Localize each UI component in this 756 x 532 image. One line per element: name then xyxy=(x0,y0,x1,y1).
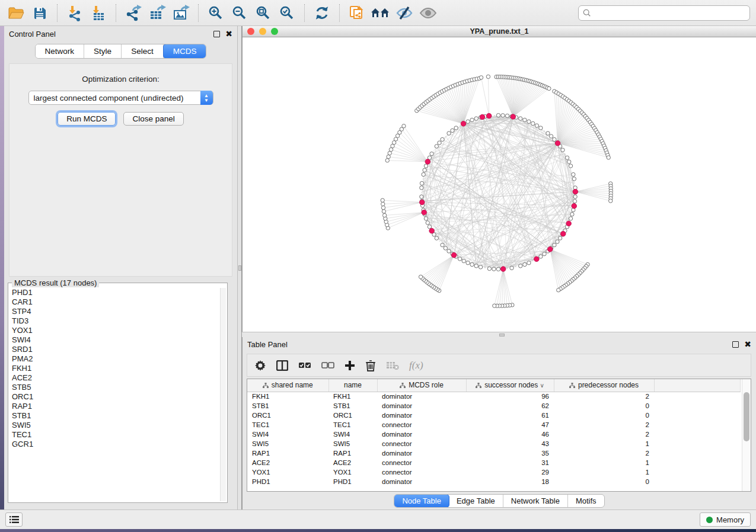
cell[interactable]: connector xyxy=(377,458,466,467)
apply-layout-icon[interactable] xyxy=(312,3,332,23)
cell[interactable]: SWI4 xyxy=(247,430,328,439)
graph-leaf-node[interactable] xyxy=(388,151,391,155)
cell[interactable]: 29 xyxy=(466,467,554,477)
graph-selected-node[interactable] xyxy=(500,267,506,272)
table-settings-gear-icon[interactable] xyxy=(254,360,266,371)
deselect-all-icon[interactable] xyxy=(321,361,334,370)
import-table-icon[interactable] xyxy=(88,3,109,23)
graph-node[interactable] xyxy=(573,195,577,198)
cell[interactable]: 0 xyxy=(554,401,654,411)
cell[interactable]: 35 xyxy=(466,448,554,458)
mcds-result-item[interactable]: PMA2 xyxy=(9,354,220,364)
cell[interactable]: 2 xyxy=(554,392,654,401)
graph-node[interactable] xyxy=(553,243,556,246)
graph-node[interactable] xyxy=(474,117,478,120)
cell[interactable]: SWI5 xyxy=(328,439,377,448)
close-panel-icon[interactable]: ✖ xyxy=(744,341,751,348)
cell[interactable]: FKH1 xyxy=(247,392,328,401)
mcds-result-list[interactable]: PHD1CAR1STP4TID3YOX1SWI4SRD1PMA2FKH1ACE2… xyxy=(9,288,220,501)
table-row[interactable]: TEC1TEC1connector472 xyxy=(247,420,741,430)
graph-node[interactable] xyxy=(424,164,428,168)
graph-node[interactable] xyxy=(561,148,564,152)
graph-selected-node[interactable] xyxy=(555,140,560,146)
mcds-result-item[interactable]: ORC1 xyxy=(9,392,220,402)
graph-node[interactable] xyxy=(505,114,509,117)
graph-leaf-node[interactable] xyxy=(419,275,422,278)
tab-style[interactable]: Style xyxy=(84,44,122,58)
add-column-icon[interactable] xyxy=(344,360,355,371)
mcds-result-item[interactable]: TID3 xyxy=(9,316,220,326)
graph-leaf-node[interactable] xyxy=(381,198,384,202)
graph-node[interactable] xyxy=(510,266,513,270)
network-window-titlebar[interactable]: YPA_prune.txt_1 xyxy=(243,26,756,37)
table-row[interactable]: RAP1RAP1dominator352 xyxy=(247,448,741,458)
graph-node[interactable] xyxy=(424,217,428,220)
graph-node[interactable] xyxy=(430,152,433,155)
close-panel-button[interactable]: Close panel xyxy=(123,112,183,126)
graph-selected-node[interactable] xyxy=(429,228,435,233)
table-row[interactable]: SWI4SWI4dominator462 xyxy=(247,430,741,439)
graph-selected-node[interactable] xyxy=(422,210,427,215)
graph-node[interactable] xyxy=(572,172,575,176)
graph-leaf-node[interactable] xyxy=(493,304,496,307)
graph-selected-node[interactable] xyxy=(572,203,577,209)
hide-selected-icon[interactable] xyxy=(394,3,414,23)
graph-node[interactable] xyxy=(492,267,496,271)
tab-network-table[interactable]: Network Table xyxy=(503,495,568,507)
graph-node[interactable] xyxy=(565,156,569,159)
graph-node[interactable] xyxy=(447,132,451,135)
graph-leaf-node[interactable] xyxy=(402,124,406,128)
mcds-result-item[interactable]: TEC1 xyxy=(9,430,220,440)
graph-node[interactable] xyxy=(539,255,543,258)
first-neighbors-icon[interactable] xyxy=(371,3,391,23)
mcds-result-item[interactable]: PHD1 xyxy=(9,288,220,297)
graph-node[interactable] xyxy=(539,126,543,130)
cell[interactable]: 96 xyxy=(466,392,554,401)
graph-node[interactable] xyxy=(519,264,522,268)
graph-leaf-node[interactable] xyxy=(557,289,560,292)
mcds-result-item[interactable]: SRD1 xyxy=(9,345,220,354)
cell[interactable]: 31 xyxy=(466,458,554,467)
cell[interactable]: connector xyxy=(377,439,466,448)
export-network-icon[interactable] xyxy=(123,3,143,23)
mcds-result-item[interactable]: FKH1 xyxy=(9,364,220,373)
table-row[interactable]: ACE2ACE2connector311 xyxy=(247,458,741,467)
cell[interactable]: 2 xyxy=(554,420,654,430)
cell[interactable]: dominator xyxy=(377,477,466,486)
graph-node[interactable] xyxy=(572,177,576,181)
graph-node[interactable] xyxy=(501,114,505,117)
graph-node[interactable] xyxy=(527,120,531,123)
cell[interactable]: dominator xyxy=(377,411,466,420)
tab-edge-table[interactable]: Edge Table xyxy=(449,495,503,507)
graph-leaf-node[interactable] xyxy=(389,148,393,151)
graph-node[interactable] xyxy=(523,262,527,266)
graph-selected-node[interactable] xyxy=(560,231,566,236)
column-header-successor-nodes[interactable]: successor nodes ∨ xyxy=(466,379,554,392)
cell[interactable]: connector xyxy=(377,467,466,477)
graph-node[interactable] xyxy=(527,261,531,265)
table-row[interactable]: PHD1PHD1dominator180 xyxy=(247,477,741,486)
column-chooser-icon[interactable] xyxy=(276,360,288,371)
network-canvas[interactable] xyxy=(243,37,756,332)
graph-node[interactable] xyxy=(441,137,444,141)
cell[interactable]: 1 xyxy=(554,458,654,467)
close-panel-icon[interactable]: ✖ xyxy=(225,31,232,37)
graph-leaf-node[interactable] xyxy=(486,75,490,78)
cell[interactable]: 2 xyxy=(554,448,654,458)
vertical-splitter[interactable] xyxy=(237,26,242,509)
cell[interactable]: ORC1 xyxy=(328,411,377,420)
column-header-name[interactable]: name xyxy=(328,379,377,392)
graph-node[interactable] xyxy=(474,264,478,268)
graph-node[interactable] xyxy=(470,262,474,266)
cell[interactable]: PHD1 xyxy=(247,477,328,486)
graph-node[interactable] xyxy=(435,145,438,148)
graph-selected-node[interactable] xyxy=(451,252,457,258)
run-mcds-button[interactable]: Run MCDS xyxy=(58,112,116,126)
zoom-fit-icon[interactable] xyxy=(253,3,273,23)
table-row[interactable]: SWI5SWI5connector431 xyxy=(247,439,741,448)
save-icon[interactable] xyxy=(30,3,50,23)
splitter-handle[interactable] xyxy=(238,265,241,271)
memory-button[interactable]: Memory xyxy=(700,512,751,527)
task-history-button[interactable] xyxy=(5,512,23,527)
graph-leaf-node[interactable] xyxy=(547,86,551,90)
